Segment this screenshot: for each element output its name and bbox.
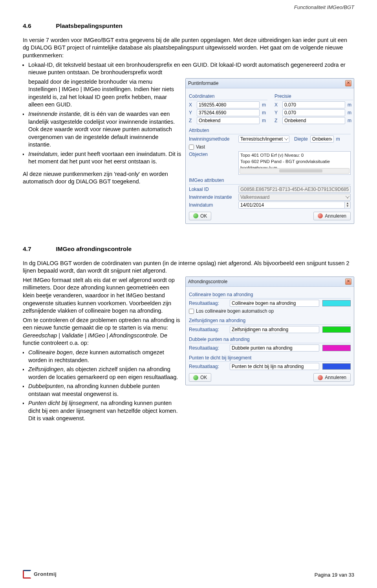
resultaatlaag-label: Resultaatlaag: xyxy=(189,345,227,351)
scrollbar[interactable] xyxy=(240,168,350,174)
dialog-title: Puntinformatie xyxy=(188,80,218,86)
sec46-bullets: Lokaal-ID, dit tekstveld bestaat uit een… xyxy=(28,61,354,77)
attributen-heading: Attributen xyxy=(189,127,351,134)
page-number: Pagina 19 van 33 xyxy=(315,572,354,579)
bullet-lokaal-id-cont: bepaald door de ingestelde bronhouder vi… xyxy=(28,78,181,109)
los-collineaire-checkbox[interactable] xyxy=(189,309,194,314)
resultaatlaag-input[interactable] xyxy=(230,326,319,333)
list-item: Topo 401 OTD Erf (v) Niveau: 0 xyxy=(240,152,349,159)
label-z: Z xyxy=(189,117,194,124)
section-title: IMGeo afrondingscontrole xyxy=(56,245,132,252)
ok-button[interactable]: OK xyxy=(189,373,211,382)
imgeo-attr-heading: IMGeo attributen xyxy=(189,177,351,184)
sec46-intro: In versie 7 worden voor IMGeo/BGT extra … xyxy=(23,37,354,60)
coord-z-input[interactable] xyxy=(197,117,260,124)
annuleren-label: Annuleren xyxy=(325,374,346,381)
puntinformatie-dialog: Puntinformatie ✕ Coördinaten Xm Ym Zm Pr… xyxy=(185,78,354,224)
label-z: Z xyxy=(275,117,280,124)
sec47-intro: In dg DIALOG BGT worden de coördinaten v… xyxy=(23,260,354,275)
close-icon[interactable]: ✕ xyxy=(345,278,351,285)
inwmethode-select[interactable] xyxy=(238,136,289,143)
diepte-label: Diepte xyxy=(294,136,308,142)
grp-dubbele: Dubbele punten na afronding xyxy=(189,336,351,343)
resultaatlaag-label: Resultaatlaag: xyxy=(189,326,227,333)
coord-y-input[interactable] xyxy=(197,109,260,116)
inwindatum-label: Inwindatum xyxy=(189,202,236,208)
grp-punten-dicht: Punten te dicht bij lijnsegment xyxy=(189,355,351,362)
doc-header: Functionaliteit IMGeo/BGT xyxy=(294,4,354,11)
unit-m: m xyxy=(348,110,353,116)
sec47-p2: Om te controleren of deze problemen optr… xyxy=(23,317,181,347)
diepte-input[interactable] xyxy=(310,136,334,143)
resultaatlaag-label: Resultaatlaag: xyxy=(189,300,227,306)
grp-zelfsnijdingen: Zelfsnijdingen na afronding xyxy=(189,317,351,324)
text: Om te controleren of deze problemen optr… xyxy=(23,317,180,331)
menu-path: Gereedschap | Validatie | IMGeo | Afrond… xyxy=(23,332,159,339)
ok-label: OK xyxy=(200,374,207,381)
grp-collineaire: Collineaire bogen na afronding xyxy=(189,291,351,299)
vast-label: Vast xyxy=(196,144,205,150)
bullet-lead: Inwinnende instantie, xyxy=(28,111,82,117)
color-swatch-green[interactable] xyxy=(322,326,351,333)
cancel-icon xyxy=(318,375,323,380)
inwmethode-label: Inwinningsmethode xyxy=(189,136,236,142)
dialog-title: Afrondingscontrole xyxy=(188,278,227,285)
coord-heading: Coördinaten xyxy=(189,93,267,100)
section-number: 4.6 xyxy=(23,22,54,30)
unit-m: m xyxy=(348,117,353,124)
bullet-zelfsnijdingen: Zelfsnijdingen, als objecten zichzelf sn… xyxy=(28,366,181,381)
resultaatlaag-input[interactable] xyxy=(230,363,319,370)
objecten-listbox[interactable]: Topo 401 OTD Erf (v) Niveau: 0 Topo 602 … xyxy=(238,151,351,175)
logo-icon xyxy=(23,570,31,579)
lokaalid-label: Lokaal ID xyxy=(189,186,236,192)
coord-x-input[interactable] xyxy=(197,101,260,108)
afrondingscontrole-dialog: Afrondingscontrole ✕ Collineaire bogen n… xyxy=(185,277,354,385)
unit-m: m xyxy=(262,110,267,116)
spinner-arrows[interactable]: ▲▼ xyxy=(345,201,351,209)
grontmij-logo: Grontmij xyxy=(23,570,57,579)
label-x: X xyxy=(189,102,194,108)
label-y: Y xyxy=(275,110,280,116)
resultaatlaag-input[interactable] xyxy=(230,300,319,307)
bullet-lead: Punten dicht bij lijnsegment xyxy=(28,400,98,406)
color-swatch-magenta[interactable] xyxy=(322,345,351,351)
bullet-text: Lokaal-ID, dit tekstveld bestaat uit een… xyxy=(28,62,346,76)
resultaatlaag-label: Resultaatlaag: xyxy=(189,363,227,370)
bullet-punten-dicht: Punten dicht bij lijnsegment, na afrondi… xyxy=(28,399,181,423)
inwinstantie-label: Inwinnende instantie xyxy=(189,194,236,200)
los-collineaire-label: Los collineaire bogen automatisch op xyxy=(196,308,274,314)
bullet-lead: Inwindatum, xyxy=(28,151,59,157)
section-title: Plaatsbepalingspunten xyxy=(56,22,123,29)
ok-button[interactable]: OK xyxy=(189,212,211,220)
ok-icon xyxy=(193,213,198,218)
color-swatch-cyan[interactable] xyxy=(322,300,351,306)
bullet-lokaal-id: Lokaal-ID, dit tekstveld bestaat uit een… xyxy=(28,61,354,77)
objecten-label: Objecten xyxy=(189,151,236,158)
lokaalid-input xyxy=(238,186,351,193)
section-4-7-heading: 4.7 IMGeo afrondingscontrole xyxy=(23,245,354,253)
label-y: Y xyxy=(189,110,194,116)
color-swatch-blue[interactable] xyxy=(322,363,351,370)
sec46-outro: Al deze nieuwe puntkenmerken zijn 'read-… xyxy=(23,170,181,186)
bullet-lead: Zelfsnijdingen xyxy=(28,366,63,372)
unit-m: m xyxy=(348,102,353,108)
annuleren-button[interactable]: Annuleren xyxy=(313,212,351,220)
precisie-heading: Precisie xyxy=(275,93,353,100)
section-4-6-heading: 4.6 Plaatsbepalingspunten xyxy=(23,22,354,30)
ok-label: OK xyxy=(200,213,207,219)
prec-z-input[interactable] xyxy=(282,117,345,124)
sec47-p1: Het IMGeo formaat stelt als eis dat er w… xyxy=(23,277,181,315)
prec-x-input[interactable] xyxy=(282,101,345,108)
bullet-dubbelpunten: Dubbelpunten, na afronding kunnen dubbel… xyxy=(28,383,181,398)
unit-m: m xyxy=(262,117,267,124)
close-icon[interactable]: ✕ xyxy=(345,80,351,86)
ok-icon xyxy=(193,375,198,380)
prec-y-input[interactable] xyxy=(282,109,345,116)
unit-m: m xyxy=(262,102,267,108)
resultaatlaag-input[interactable] xyxy=(230,344,319,352)
vast-checkbox[interactable] xyxy=(189,145,194,150)
inwindatum-input[interactable] xyxy=(238,201,345,209)
unit-m: m xyxy=(336,136,342,142)
brand-name: Grontmij xyxy=(34,571,57,578)
annuleren-button[interactable]: Annuleren xyxy=(313,373,351,382)
